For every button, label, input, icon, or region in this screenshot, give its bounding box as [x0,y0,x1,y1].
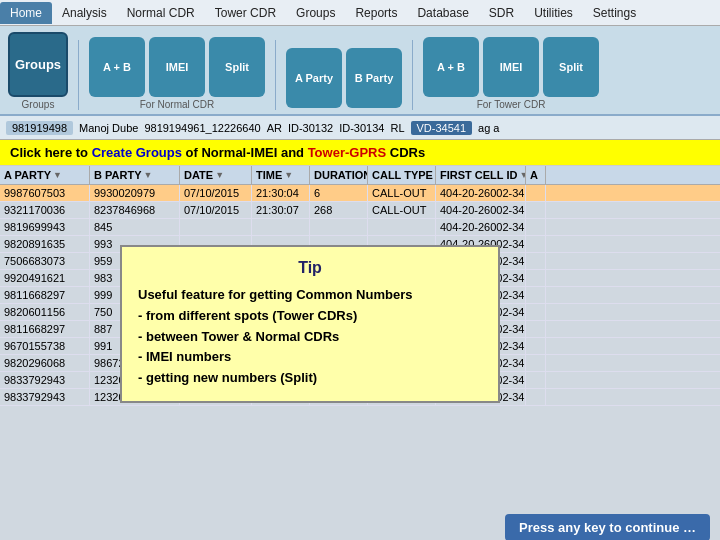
td-aparty: 9987607503 [0,185,90,201]
ribbon-sep-1 [78,40,79,110]
td-a [526,219,546,235]
th-time[interactable]: TIME▼ [252,166,310,184]
td-time: 21:30:07 [252,202,310,218]
tower-cdr-btn-row: A + B IMEI Split [423,37,599,97]
banner-mid: of Normal-IMEI [182,145,281,160]
party-btn-row: A Party B Party [286,48,402,108]
td-a [526,202,546,218]
normal-cdr-btn-row: A + B IMEI Split [89,37,265,97]
th-duration[interactable]: DURATION▼ [310,166,368,184]
td-bparty: 9930020979 [90,185,180,201]
menu-tower-cdr[interactable]: Tower CDR [205,2,286,24]
record-bar: 981919498 Manoj Dube 9819194961_12226640… [0,116,720,140]
td-bparty: 845 [90,219,180,235]
tower-imei-button[interactable]: IMEI [483,37,539,97]
ribbon-tower-cdr-group: A + B IMEI Split For Tower CDR [423,37,599,110]
tip-title: Tip [138,259,482,277]
ribbon-sep-3 [412,40,413,110]
td-duration: 268 [310,202,368,218]
normal-split-button[interactable]: Split [209,37,265,97]
th-a[interactable]: A [526,166,546,184]
menu-groups[interactable]: Groups [286,2,345,24]
td-date [180,219,252,235]
td-aparty: 9833792943 [0,372,90,388]
ribbon: Groups Groups A + B IMEI Split For Norma… [0,26,720,116]
menu-database[interactable]: Database [407,2,478,24]
banner-prefix: Click here to [10,145,92,160]
td-duration [310,219,368,235]
banner-tower: Tower-GPRS [304,145,386,160]
td-a [526,236,546,252]
normal-imei-button[interactable]: IMEI [149,37,205,97]
td-first-cell: 404-20-26002-34.. [436,219,526,235]
ribbon-normal-cdr-group: A + B IMEI Split For Normal CDR [89,37,265,110]
main-content: 9987607503 9930020979 07/10/2015 21:30:0… [0,185,720,540]
td-bparty: 8237846968 [90,202,180,218]
td-aparty: 9820296068 [0,355,90,371]
td-date: 07/10/2015 [180,202,252,218]
menu-settings[interactable]: Settings [583,2,646,24]
record-phone: 9819194961_12226640 [144,122,260,134]
td-calltype: CALL-OUT [368,185,436,201]
table-row[interactable]: 9321170036 8237846968 07/10/2015 21:30:0… [0,202,720,219]
normal-aplusb-button[interactable]: A + B [89,37,145,97]
a-party-button[interactable]: A Party [286,48,342,108]
td-aparty: 9811668297 [0,287,90,303]
record-vd: VD-34541 [411,121,473,135]
td-aparty: 9670155738 [0,338,90,354]
td-first-cell: 404-20-26002-34.. [436,185,526,201]
banner-and: and [281,145,304,160]
table-header: A PARTY▼ B PARTY▼ DATE▼ TIME▼ DURATION▼ … [0,166,720,185]
td-a [526,253,546,269]
banner-suffix: CDRs [386,145,425,160]
td-time [252,219,310,235]
th-date[interactable]: DATE▼ [180,166,252,184]
td-aparty: 9321170036 [0,202,90,218]
record-tag-extra: ag a [478,122,499,134]
td-aparty: 9920491621 [0,270,90,286]
td-a [526,338,546,354]
th-bparty[interactable]: B PARTY▼ [90,166,180,184]
td-a [526,389,546,405]
ribbon-groups-group: Groups Groups [8,32,68,110]
b-party-button[interactable]: B Party [346,48,402,108]
td-a [526,355,546,371]
banner-create: Create Groups [92,145,182,160]
td-a [526,287,546,303]
td-first-cell: 404-20-26002-34.. [436,202,526,218]
groups-button[interactable]: Groups [8,32,68,97]
create-groups-banner[interactable]: Click here to Create Groups of Normal-IM… [0,140,720,166]
press-key-banner[interactable]: Press any key to continue … [505,514,710,540]
td-calltype [368,219,436,235]
td-a [526,270,546,286]
record-ar: AR [267,122,282,134]
td-time: 21:30:04 [252,185,310,201]
record-rl: RL [390,122,404,134]
th-calltype[interactable]: CALL TYPE▼ [368,166,436,184]
menu-home[interactable]: Home [0,2,52,24]
menu-analysis[interactable]: Analysis [52,2,117,24]
td-date: 07/10/2015 [180,185,252,201]
record-name: Manoj Dube [79,122,138,134]
td-aparty: 9819699943 [0,219,90,235]
th-aparty[interactable]: A PARTY▼ [0,166,90,184]
menu-utilities[interactable]: Utilities [524,2,583,24]
ribbon-groups-label: Groups [8,99,68,110]
table-row[interactable]: 9819699943 845 404-20-26002-34.. [0,219,720,236]
td-calltype: CALL-OUT [368,202,436,218]
ribbon-sep-2 [275,40,276,110]
td-aparty: 9811668297 [0,321,90,337]
menu-sdr[interactable]: SDR [479,2,524,24]
table-row[interactable]: 9987607503 9930020979 07/10/2015 21:30:0… [0,185,720,202]
tower-split-button[interactable]: Split [543,37,599,97]
td-aparty: 9820891635 [0,236,90,252]
th-first-cell-id[interactable]: FIRST CELL ID▼ [436,166,526,184]
ribbon-tower-cdr-label: For Tower CDR [423,99,599,110]
ribbon-normal-cdr-label: For Normal CDR [89,99,265,110]
td-duration: 6 [310,185,368,201]
menu-normal-cdr[interactable]: Normal CDR [117,2,205,24]
menu-reports[interactable]: Reports [345,2,407,24]
tip-overlay: Tip Useful feature for getting Common Nu… [120,245,500,403]
tower-aplusb-button[interactable]: A + B [423,37,479,97]
record-id1: ID-30132 [288,122,333,134]
